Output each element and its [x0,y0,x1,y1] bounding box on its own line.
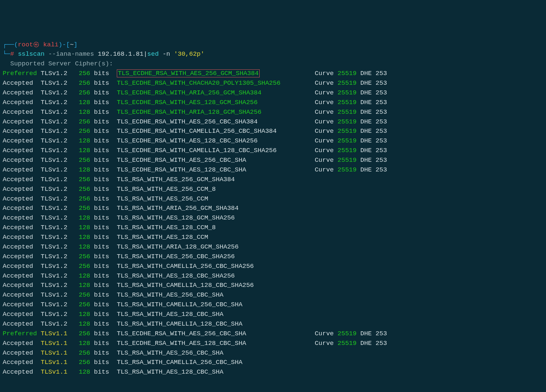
prompt-line-2[interactable]: └─# sslscan --iana-names 192.168.1.81|se… [3,49,543,59]
cipher-name: TLS_ECDHE_RSA_WITH_AES_128_CBC_SHA256 [117,137,258,144]
command-arg-range: '30,62p' [174,50,204,58]
terminal-output[interactable]: ┌──(root㉿ kali)-[~]└─# sslscan --iana-na… [3,40,543,377]
cipher-status: Accepted [3,367,41,377]
cipher-bits: 256 [75,194,90,204]
cipher-name: TLS_RSA_WITH_CAMELLIA_128_CBC_SHA256 [117,282,254,289]
cipher-name-cell: TLS_RSA_WITH_CAMELLIA_256_CBC_SHA [117,358,315,367]
cipher-name-cell: TLS_ECDHE_RSA_WITH_AES_128_CBC_SHA256 [117,136,315,146]
bits-label: bits [90,204,117,213]
cipher-bits: 256 [75,290,90,300]
cipher-status: Accepted [3,98,41,107]
cipher-bits: 128 [75,136,90,146]
cipher-name: TLS_ECDHE_RSA_WITH_ARIA_256_GCM_SHA384 [117,89,261,96]
bits-label: bits [90,69,117,78]
curve-value: 25519 [337,69,360,78]
cipher-bits: 256 [75,155,90,165]
cipher-name: TLS_ECDHE_RSA_WITH_AES_256_CBC_SHA [117,156,246,164]
cipher-bits: 256 [75,184,90,194]
curve-label: Curve [315,88,337,98]
bits-label: bits [90,329,117,339]
cipher-protocol: TLSv1.2 [41,69,75,78]
cipher-status: Accepted [3,262,41,271]
cipher-name: TLS_RSA_WITH_CAMELLIA_256_CBC_SHA256 [117,263,254,270]
cipher-row: AcceptedTLSv1.2256 bitsTLS_RSA_WITH_AES_… [3,194,543,204]
bits-label: bits [90,242,117,252]
cipher-name: TLS_RSA_WITH_AES_256_CBC_SHA [117,349,223,357]
cipher-name: TLS_RSA_WITH_AES_256_CBC_SHA256 [117,253,235,260]
cipher-row: AcceptedTLSv1.2128 bitsTLS_RSA_WITH_AES_… [3,213,543,223]
cipher-protocol: TLSv1.2 [41,204,75,213]
dhe-label: DHE [360,165,376,175]
cipher-row: AcceptedTLSv1.2256 bitsTLS_RSA_WITH_CAME… [3,300,543,310]
dhe-label: DHE [360,88,376,98]
cipher-protocol: TLSv1.2 [41,98,75,107]
curve-label: Curve [315,136,337,146]
cipher-row: AcceptedTLSv1.2128 bitsTLS_RSA_WITH_AES_… [3,310,543,319]
curve-label: Curve [315,98,337,107]
cipher-row: PreferredTLSv1.1256 bitsTLS_ECDHE_RSA_WI… [3,329,543,339]
bits-label: bits [90,223,117,233]
cipher-bits: 128 [75,165,90,175]
bits-label: bits [90,117,117,127]
cipher-protocol: TLSv1.2 [41,88,75,98]
section-header: Supported Server Cipher(s): [3,59,543,69]
cipher-protocol: TLSv1.2 [41,290,75,300]
cipher-bits: 128 [75,233,90,242]
curve-value: 25519 [337,136,360,146]
cipher-bits: 256 [75,358,90,367]
prompt-hash: # [10,50,18,58]
cipher-name-cell: TLS_RSA_WITH_AES_128_CCM_8 [117,223,315,233]
cipher-row: AcceptedTLSv1.2256 bitsTLS_RSA_WITH_AES_… [3,175,543,184]
cipher-bits: 128 [75,107,90,117]
cipher-name-cell: TLS_RSA_WITH_AES_256_CBC_SHA [117,290,315,300]
prompt-bracket: ] [74,41,77,48]
dhe-value: 253 [375,146,391,155]
cipher-status: Accepted [3,136,41,146]
cipher-name: TLS_RSA_WITH_CAMELLIA_128_CBC_SHA [117,320,242,328]
cipher-bits: 128 [75,213,90,223]
cipher-status: Accepted [3,358,41,367]
cipher-protocol: TLSv1.1 [41,358,75,367]
curve-value: 25519 [337,117,360,127]
cipher-name-cell: TLS_RSA_WITH_CAMELLIA_128_CBC_SHA [117,319,315,329]
cipher-row: AcceptedTLSv1.2128 bitsTLS_RSA_WITH_CAME… [3,281,543,290]
dhe-label: DHE [360,117,376,127]
cipher-name-cell: TLS_RSA_WITH_CAMELLIA_256_CBC_SHA256 [117,262,315,271]
prompt-bracket: ┌──( [3,41,18,48]
cipher-name: TLS_RSA_WITH_AES_128_CBC_SHA [117,368,223,376]
bits-label: bits [90,184,117,194]
cipher-status: Accepted [3,78,41,88]
cipher-protocol: TLSv1.2 [41,262,75,271]
curve-value: 25519 [337,126,360,136]
dhe-label: DHE [360,155,376,165]
cipher-row: AcceptedTLSv1.2128 bitsTLS_ECDHE_RSA_WIT… [3,107,543,117]
bits-label: bits [90,194,117,204]
cipher-name: TLS_RSA_WITH_CAMELLIA_256_CBC_SHA [117,301,242,308]
cipher-protocol: TLSv1.2 [41,146,75,155]
cipher-name: TLS_RSA_WITH_AES_256_CCM [117,195,208,203]
dhe-label: DHE [360,339,376,348]
cipher-name-cell: TLS_ECDHE_RSA_WITH_AES_256_CBC_SHA [117,155,315,165]
dhe-label: DHE [360,69,376,78]
cipher-name-cell: TLS_ECDHE_RSA_WITH_CAMELLIA_128_CBC_SHA2… [117,146,315,155]
cipher-name: TLS_RSA_WITH_CAMELLIA_256_CBC_SHA [117,359,242,366]
bits-label: bits [90,98,117,107]
cipher-status: Accepted [3,271,41,281]
dhe-value: 253 [375,339,391,348]
cipher-row: AcceptedTLSv1.1256 bitsTLS_RSA_WITH_AES_… [3,348,543,358]
cipher-protocol: TLSv1.2 [41,107,75,117]
cipher-status: Accepted [3,252,41,262]
bits-label: bits [90,78,117,88]
curve-value: 25519 [337,98,360,107]
bits-label: bits [90,175,117,184]
cipher-protocol: TLSv1.2 [41,223,75,233]
cipher-name-cell: TLS_RSA_WITH_ARIA_256_GCM_SHA384 [117,204,315,213]
dhe-label: DHE [360,107,376,117]
cipher-name: TLS_RSA_WITH_ARIA_256_GCM_SHA384 [117,205,239,212]
cipher-name: TLS_RSA_WITH_AES_128_CCM_8 [117,224,216,231]
cipher-protocol: TLSv1.2 [41,165,75,175]
curve-value: 25519 [337,329,360,339]
cipher-name: TLS_ECDHE_RSA_WITH_AES_256_CBC_SHA [117,330,246,337]
cipher-row: AcceptedTLSv1.2128 bitsTLS_ECDHE_RSA_WIT… [3,165,543,175]
dhe-label: DHE [360,98,376,107]
